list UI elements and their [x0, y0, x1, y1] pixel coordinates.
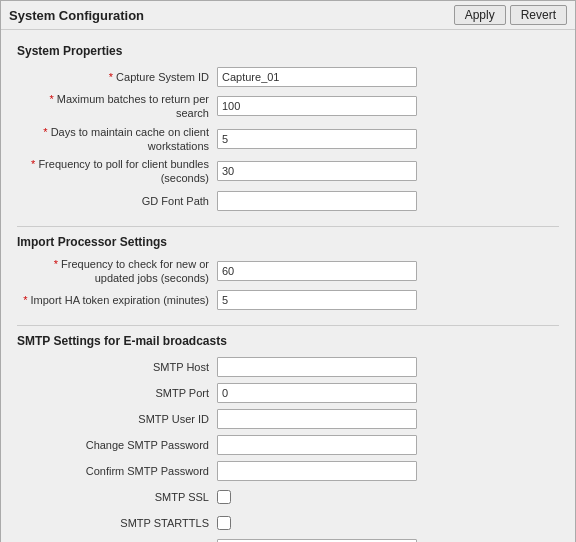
page-title: System Configuration	[9, 8, 144, 23]
label-smtp-port: SMTP Port	[17, 386, 217, 400]
required-mark: *	[54, 258, 61, 270]
system-properties-title: System Properties	[17, 44, 559, 58]
input-check-frequency[interactable]	[217, 261, 417, 281]
revert-button[interactable]: Revert	[510, 5, 567, 25]
input-smtp-port[interactable]	[217, 383, 417, 403]
form-row-smtp-user-id: SMTP User ID	[17, 408, 559, 430]
input-gd-font[interactable]	[217, 191, 417, 211]
form-row-capture-system-id: * Capture System ID	[17, 66, 559, 88]
form-row-check-frequency: * Frequency to check for new or updated …	[17, 257, 559, 286]
smtp-settings-title: SMTP Settings for E-mail broadcasts	[17, 334, 559, 348]
input-smtp-host[interactable]	[217, 357, 417, 377]
label-smtp-password: Change SMTP Password	[17, 438, 217, 452]
input-ha-token[interactable]	[217, 290, 417, 310]
label-smtp-host: SMTP Host	[17, 360, 217, 374]
label-cache-days: * Days to maintain cache on client works…	[17, 125, 217, 154]
label-check-frequency: * Frequency to check for new or updated …	[17, 257, 217, 286]
input-capture-system-id[interactable]	[217, 67, 417, 87]
label-capture-system-id: * Capture System ID	[17, 70, 217, 84]
page-container: System Configuration Apply Revert System…	[0, 0, 576, 542]
form-row-smtp-ssl: SMTP SSL	[17, 486, 559, 508]
label-max-batches: * Maximum batches to return per search	[17, 92, 217, 121]
input-poll-frequency[interactable]	[217, 161, 417, 181]
label-smtp-confirm-password: Confirm SMTP Password	[17, 464, 217, 478]
apply-button[interactable]: Apply	[454, 5, 506, 25]
divider-2	[17, 325, 559, 326]
input-smtp-confirm-password[interactable]	[217, 461, 417, 481]
form-row-smtp-host: SMTP Host	[17, 356, 559, 378]
import-processor-section: Import Processor Settings * Frequency to…	[17, 235, 559, 312]
required-mark: *	[109, 71, 116, 83]
divider-1	[17, 226, 559, 227]
label-ha-token: * Import HA token expiration (minutes)	[17, 293, 217, 307]
checkbox-smtp-ssl[interactable]	[217, 490, 231, 504]
content-area: System Properties * Capture System ID * …	[1, 30, 575, 542]
required-mark: *	[31, 158, 38, 170]
checkbox-smtp-starttls[interactable]	[217, 516, 231, 530]
label-poll-frequency: * Frequency to poll for client bundles (…	[17, 157, 217, 186]
form-row-cache-days: * Days to maintain cache on client works…	[17, 125, 559, 154]
form-row-poll-frequency: * Frequency to poll for client bundles (…	[17, 157, 559, 186]
form-row-smtp-message-from: SMTP Message From	[17, 538, 559, 542]
smtp-settings-section: SMTP Settings for E-mail broadcasts SMTP…	[17, 334, 559, 542]
required-mark: *	[43, 126, 50, 138]
label-smtp-starttls: SMTP STARTTLS	[17, 516, 217, 530]
form-row-smtp-confirm-password: Confirm SMTP Password	[17, 460, 559, 482]
input-cache-days[interactable]	[217, 129, 417, 149]
header: System Configuration Apply Revert	[1, 1, 575, 30]
form-row-smtp-password: Change SMTP Password	[17, 434, 559, 456]
required-mark: *	[23, 294, 30, 306]
form-row-ha-token: * Import HA token expiration (minutes)	[17, 289, 559, 311]
form-row-gd-font: GD Font Path	[17, 190, 559, 212]
input-max-batches[interactable]	[217, 96, 417, 116]
import-processor-title: Import Processor Settings	[17, 235, 559, 249]
form-row-max-batches: * Maximum batches to return per search	[17, 92, 559, 121]
form-row-smtp-port: SMTP Port	[17, 382, 559, 404]
label-gd-font: GD Font Path	[17, 194, 217, 208]
input-smtp-password[interactable]	[217, 435, 417, 455]
form-row-smtp-starttls: SMTP STARTTLS	[17, 512, 559, 534]
header-buttons: Apply Revert	[454, 5, 567, 25]
system-properties-section: System Properties * Capture System ID * …	[17, 44, 559, 212]
label-smtp-ssl: SMTP SSL	[17, 490, 217, 504]
required-mark: *	[49, 93, 56, 105]
label-smtp-user-id: SMTP User ID	[17, 412, 217, 426]
input-smtp-user-id[interactable]	[217, 409, 417, 429]
